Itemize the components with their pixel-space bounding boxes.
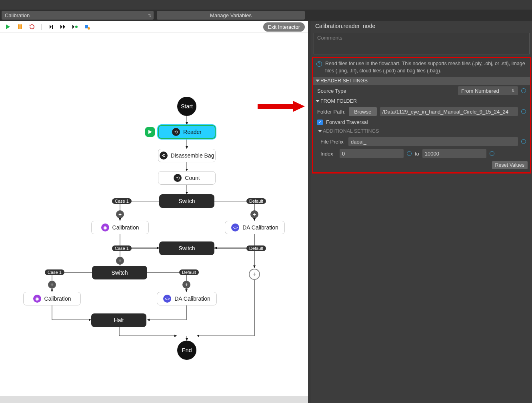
chevron-updown-icon: ⇅ [512,89,515,93]
node-switch-3[interactable]: Switch [92,266,147,279]
folder-path-input[interactable] [380,107,518,116]
source-type-label: Source Type [317,88,455,94]
source-type-dropdown[interactable]: From Numbered ⇅ [458,86,518,95]
play-icon[interactable] [5,24,11,30]
default-label: Default [246,245,266,251]
run-node-badge[interactable] [145,127,155,137]
forward-traversal-checkbox[interactable]: ✓ [317,120,323,125]
node-disassemble-label: Disassemble Bag [171,152,214,159]
node-count[interactable]: ⟲ Count [158,171,216,185]
section-from-folder[interactable]: FROM FOLDER [313,97,530,106]
comments-placeholder: Comments [317,35,342,41]
node-switch3-label: Switch [111,269,128,276]
node-calibration-1[interactable]: ◉ Calibration [91,221,149,234]
reset-values-label: Reset Values [495,162,524,168]
step-out-icon[interactable] [72,24,78,30]
node-end[interactable]: End [177,341,196,360]
window-titlebar-strip [0,0,532,10]
calibration-icon: ◉ [101,223,109,231]
link-indicator-icon[interactable] [521,109,526,114]
browse-button[interactable]: Browse [349,107,377,116]
refresh-icon[interactable] [29,24,35,30]
node-calibration-2[interactable]: ◉ Calibration [23,292,81,305]
comments-textarea[interactable]: Comments [314,33,530,54]
caret-down-icon [316,80,320,82]
svg-rect-42 [258,104,293,109]
info-banner: ? Read files for use in the flowchart. T… [313,58,530,77]
svg-rect-9 [85,25,88,28]
svg-marker-3 [50,25,52,29]
exit-interactor-button[interactable]: Exit Interactor [263,22,305,32]
node-reader[interactable]: ⟲ Reader [158,125,216,139]
node-switch-1[interactable]: Switch [159,194,214,208]
node-switch2-label: Switch [178,245,195,251]
run-toolbar: | [0,21,308,33]
add-branch-button[interactable]: + [250,210,258,218]
index-to-input[interactable] [422,149,486,158]
node-disassemble-bag[interactable]: ⟲ Disassemble Bag [158,149,216,162]
add-branch-button[interactable]: + [182,281,190,289]
file-prefix-label: File Prefix [320,139,345,145]
file-prefix-input[interactable] [348,137,518,146]
node-start-label: Start [181,103,193,110]
node-icon: ⟲ [174,174,182,182]
svg-point-8 [75,26,78,28]
toolbar-separator: | [41,23,42,30]
flowchart-dropdown[interactable]: Calibration ⇅ [2,11,154,20]
link-indicator-icon[interactable] [490,151,494,156]
case-label: Case 1 [112,198,132,204]
step-into-icon[interactable] [48,24,54,30]
node-switch-2[interactable]: Switch [159,241,214,255]
index-label: Index [320,151,336,157]
case-label: Case 1 [112,245,132,251]
section-reader-settings[interactable]: READER SETTINGS [313,77,530,85]
manage-variables-label: Manage Variables [210,12,252,18]
svg-point-10 [88,27,90,30]
node-end-label: End [182,347,192,353]
node-count-label: Count [185,175,200,181]
forward-traversal-label: Forward Traversal [326,119,368,125]
link-indicator-icon[interactable] [521,139,526,144]
node-icon: ⟲ [160,152,168,160]
node-start[interactable]: Start [177,97,196,116]
breakpoint-icon[interactable] [84,24,90,30]
svg-marker-7 [72,25,74,29]
node-da-calibration-1[interactable]: <> DA Calibration [225,221,285,234]
index-from-input[interactable] [340,149,404,158]
highlighted-settings-region: ? Read files for use in the flowchart. T… [312,57,531,174]
svg-rect-4 [52,25,53,29]
svg-marker-6 [63,25,65,29]
add-branch-button[interactable]: + [116,210,124,218]
add-branch-button[interactable]: + [116,257,124,265]
reset-values-button[interactable]: Reset Values [492,161,528,169]
node-halt-label: Halt [114,317,124,323]
node-calib-label: Calibration [112,224,139,231]
manage-variables-button[interactable]: Manage Variables [157,11,305,20]
info-icon: ? [316,61,322,67]
node-da-calibration-2[interactable]: <> DA Calibration [157,292,217,305]
node-calib2-label: Calibration [44,295,71,302]
link-indicator-icon[interactable] [407,151,412,156]
folder-path-label: Folder Path: [317,109,346,115]
section-additional-settings[interactable]: ADDITIONAL SETTINGS [313,127,530,136]
node-dacalib2-label: DA Calibration [174,295,210,302]
flow-canvas[interactable]: Start ⟲ Reader ⟲ Disassemble Bag ⟲ [0,33,308,396]
exit-interactor-label: Exit Interactor [268,24,300,30]
add-branch-button[interactable]: + [48,281,56,289]
step-over-icon[interactable] [60,24,66,30]
node-reader-label: Reader [183,129,202,135]
sub-toolbar: Calibration ⇅ Manage Variables [0,10,532,21]
chevron-updown-icon: ⇅ [148,13,151,18]
svg-marker-0 [6,24,10,29]
annotation-arrow [258,100,306,114]
node-halt[interactable]: Halt [91,313,146,327]
info-text: Read files for use in the flowchart. Thi… [325,60,527,74]
section-label: READER SETTINGS [320,78,368,84]
svg-rect-1 [18,24,20,29]
index-to-label: to [415,151,419,157]
pause-icon[interactable] [17,24,23,30]
add-node-button[interactable]: + [249,269,260,280]
code-icon: <> [231,223,239,231]
link-indicator-icon[interactable] [521,88,526,93]
source-type-value: From Numbered [461,88,499,94]
